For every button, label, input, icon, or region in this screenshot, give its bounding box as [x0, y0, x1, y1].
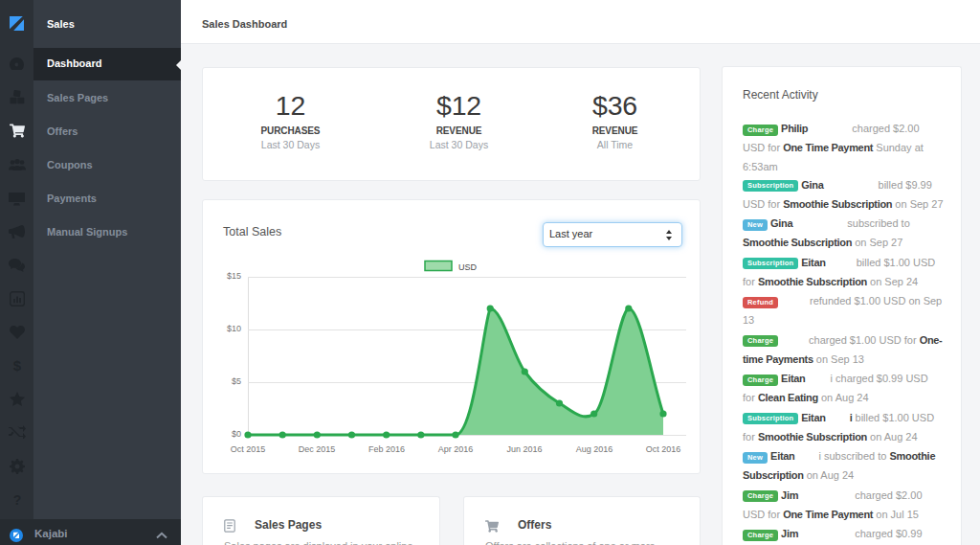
svg-text:$10: $10 — [227, 324, 241, 333]
svg-text:Jun 2016: Jun 2016 — [506, 444, 542, 454]
svg-text:$15: $15 — [227, 271, 241, 281]
svg-text:USD: USD — [458, 262, 478, 272]
svg-text:Feb 2016: Feb 2016 — [368, 444, 405, 454]
svg-text:$: $ — [12, 358, 21, 374]
svg-text:Oct 2016: Oct 2016 — [646, 444, 681, 454]
svg-text:Aug 2016: Aug 2016 — [576, 444, 613, 454]
svg-text:$5: $5 — [232, 376, 241, 386]
svg-text:Apr 2016: Apr 2016 — [438, 444, 474, 454]
svg-text:Dec 2015: Dec 2015 — [299, 444, 336, 454]
svg-text:Oct 2015: Oct 2015 — [231, 444, 266, 454]
svg-text:?: ? — [12, 492, 21, 508]
svg-text:$0: $0 — [232, 429, 241, 439]
